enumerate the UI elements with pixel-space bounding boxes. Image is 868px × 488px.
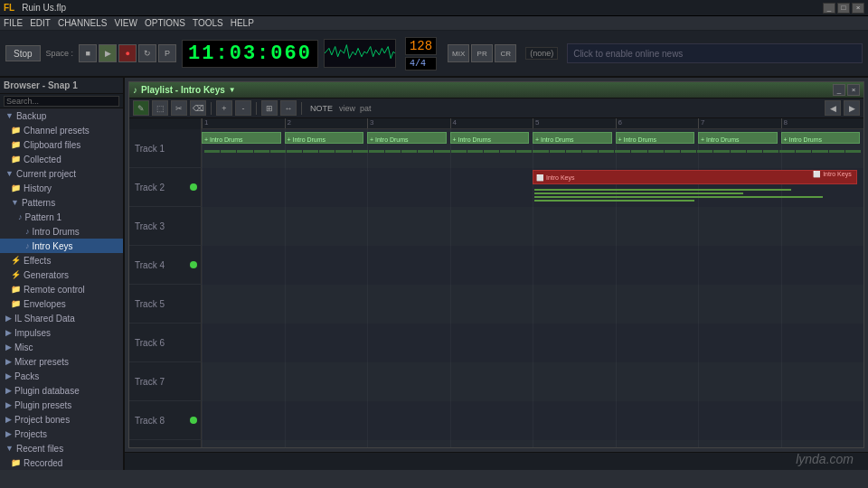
select-tool-btn[interactable]: ⬚ xyxy=(152,100,168,116)
tree-icon-7: ♪ xyxy=(18,212,23,221)
grid-line-8-5 xyxy=(616,440,617,447)
drum-block-0[interactable]: + Intro Drums xyxy=(202,132,281,144)
toolbar-sep-2 xyxy=(256,102,257,115)
menu-item-tools[interactable]: TOOLS xyxy=(193,18,223,28)
browser-item-18[interactable]: ▶Packs xyxy=(0,369,123,383)
ruler-tick-1: 2 xyxy=(285,118,291,129)
track-row-4: Track 5 xyxy=(129,285,863,324)
status-bar xyxy=(125,452,868,470)
playlist-toolbar: ✎ ⬚ ✂ ⌫ + - ⊞ ↔ NOTE view pat ◀ ▶ xyxy=(129,99,863,118)
drum-block-6[interactable]: + Intro Drums xyxy=(698,132,778,144)
browser-item-20[interactable]: ▶Plugin presets xyxy=(0,398,123,412)
tree-icon-15: ▶ xyxy=(5,328,12,337)
close-button[interactable]: × xyxy=(852,3,864,14)
channel-rack-btn[interactable]: CR xyxy=(495,44,516,62)
drum-block-4[interactable]: + Intro Drums xyxy=(533,132,612,144)
drum-block-7[interactable]: + Intro Drums xyxy=(781,132,861,144)
menu-item-file[interactable]: FILE xyxy=(4,18,23,28)
zoom-out-btn[interactable]: - xyxy=(235,100,251,116)
menu-item-view[interactable]: VIEW xyxy=(114,18,137,28)
track-content-6[interactable] xyxy=(202,362,863,401)
browser-header: Browser - Snap 1 xyxy=(0,78,123,94)
browser-item-6[interactable]: ▼Patterns xyxy=(0,195,123,210)
tree-icon-8: ♪ xyxy=(25,227,30,236)
browser-item-9[interactable]: ♪Intro Keys xyxy=(0,239,123,253)
pattern-btn[interactable]: P xyxy=(158,44,176,62)
track-content-2[interactable] xyxy=(202,207,863,246)
loop-region-btn[interactable]: ↔ xyxy=(280,100,297,116)
browser-search-bar xyxy=(0,94,123,108)
track-content-3[interactable] xyxy=(202,246,863,285)
track-content-8[interactable] xyxy=(202,440,863,447)
maximize-button[interactable]: □ xyxy=(837,3,850,14)
playlist-dropdown-icon[interactable]: ▼ xyxy=(229,86,236,94)
browser-item-15[interactable]: ▶Impulses xyxy=(0,325,123,340)
draw-tool-btn[interactable]: ✎ xyxy=(133,100,149,116)
next-btn[interactable]: ▶ xyxy=(844,100,860,116)
stop-transport-btn[interactable]: ■ xyxy=(79,44,97,62)
tree-label-0: Backup xyxy=(16,111,46,121)
browser-item-19[interactable]: ▶Plugin database xyxy=(0,383,123,398)
grid-line-6-7 xyxy=(781,362,782,401)
browser-item-7[interactable]: ♪Pattern 1 xyxy=(0,210,123,224)
track-content-1[interactable]: ⬜ Intro Keys⬜ Intro Keys xyxy=(202,168,863,207)
menu-item-options[interactable]: OPTIONS xyxy=(145,18,185,28)
browser-item-21[interactable]: ▶Project bones xyxy=(0,412,123,427)
record-btn[interactable]: ● xyxy=(118,44,137,62)
browser-search-input[interactable] xyxy=(4,96,119,107)
browser-item-4[interactable]: ▼Current project xyxy=(0,166,123,181)
play-btn[interactable]: ▶ xyxy=(99,44,117,62)
browser-item-0[interactable]: ▼Backup xyxy=(0,108,123,123)
playlist-close-btn[interactable]: × xyxy=(847,84,860,96)
cut-tool-btn[interactable]: ✂ xyxy=(171,100,187,116)
track-content-7[interactable] xyxy=(202,401,863,440)
menu-item-help[interactable]: HELP xyxy=(231,18,254,28)
browser-item-8[interactable]: ♪Intro Drums xyxy=(0,224,123,239)
track-content-4[interactable] xyxy=(202,285,863,324)
mixer-btn[interactable]: MIX xyxy=(448,44,469,62)
drum-block-1[interactable]: + Intro Drums xyxy=(285,132,364,144)
menu-item-edit[interactable]: EDIT xyxy=(30,18,51,28)
browser-item-10[interactable]: ⚡Effects xyxy=(0,253,123,267)
browser-item-11[interactable]: ⚡Generators xyxy=(0,267,123,282)
keys-bar-2 xyxy=(534,196,823,198)
drum-block-3[interactable]: + Intro Drums xyxy=(450,132,530,144)
browser-item-22[interactable]: ▶Projects xyxy=(0,427,123,441)
loop-btn[interactable]: ↻ xyxy=(138,44,156,62)
zoom-in-btn[interactable]: + xyxy=(216,100,232,116)
menu-item-channels[interactable]: CHANNELS xyxy=(58,18,107,28)
delete-tool-btn[interactable]: ⌫ xyxy=(190,100,206,116)
prev-btn[interactable]: ◀ xyxy=(825,100,841,116)
browser-item-1[interactable]: 📁Channel presets xyxy=(0,123,123,137)
browser-item-2[interactable]: 📁Clipboard files xyxy=(0,137,123,152)
drum-block-5[interactable]: + Intro Drums xyxy=(616,132,695,144)
browser-item-16[interactable]: ▶Misc xyxy=(0,340,123,354)
view-label: view xyxy=(339,104,355,113)
snap-btn[interactable]: ⊞ xyxy=(261,100,278,116)
browser-item-24[interactable]: 📁Recorded xyxy=(0,455,123,470)
stop-button[interactable]: Stop xyxy=(5,45,41,61)
minimize-button[interactable]: _ xyxy=(823,3,835,14)
browser-item-13[interactable]: 📁Envelopes xyxy=(0,296,123,311)
track-row-6: Track 7 xyxy=(129,362,863,401)
ruler-tick-4: 5 xyxy=(533,118,539,129)
browser-item-12[interactable]: 📁Remote control xyxy=(0,282,123,296)
drum-block-2[interactable]: + Intro Drums xyxy=(367,132,447,144)
drum-block-label-0: + Intro Drums xyxy=(203,136,245,143)
news-bar[interactable]: Click to enable online news xyxy=(567,43,863,63)
piano-roll-btn[interactable]: PR xyxy=(471,44,493,62)
drum-block-label-2: + Intro Drums xyxy=(368,136,410,143)
track-content-0[interactable]: + Intro Drums+ Intro Drums+ Intro Drums+… xyxy=(202,129,863,168)
track-row-7: Track 8 xyxy=(129,401,863,440)
playlist-minimize-btn[interactable]: _ xyxy=(833,84,845,96)
browser-item-3[interactable]: 📁Collected xyxy=(0,152,123,166)
grid-line-8-3 xyxy=(450,440,451,447)
browser-item-23[interactable]: ▼Recent files xyxy=(0,441,123,455)
track-content-5[interactable] xyxy=(202,324,863,362)
drum-block-label-1: + Intro Drums xyxy=(286,136,328,143)
browser-item-14[interactable]: ▶IL Shared Data xyxy=(0,311,123,325)
browser-item-5[interactable]: 📁History xyxy=(0,181,123,195)
browser-item-17[interactable]: ▶Mixer presets xyxy=(0,354,123,369)
tree-label-2: Clipboard files xyxy=(24,140,80,150)
keys-block-main[interactable]: ⬜ Intro Keys⬜ Intro Keys xyxy=(533,170,857,184)
